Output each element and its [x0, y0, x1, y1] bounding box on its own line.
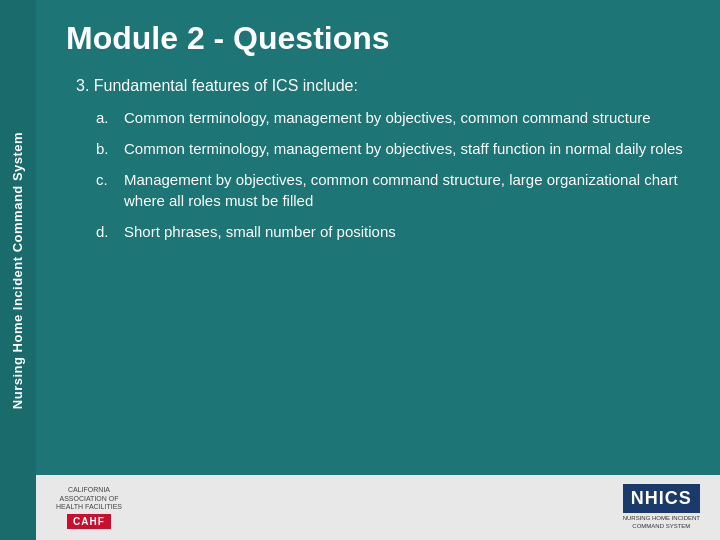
answer-text-b: Common terminology, management by object…	[124, 138, 683, 159]
cahf-badge: CAHF	[67, 514, 111, 529]
answer-list: a. Common terminology, management by obj…	[96, 107, 690, 242]
answer-text-d: Short phrases, small number of positions	[124, 221, 396, 242]
nhics-logo-block: NHICS NURSING HOME INCIDENTCOMMAND SYSTE…	[623, 484, 700, 531]
answer-text-a: Common terminology, management by object…	[124, 107, 651, 128]
answer-text-c: Management by objectives, common command…	[124, 169, 690, 211]
answer-letter-c: c.	[96, 169, 124, 190]
cahf-logo-block: CALIFORNIAASSOCIATION OFHEALTH FACILITIE…	[56, 486, 122, 528]
footer-bar: CALIFORNIAASSOCIATION OFHEALTH FACILITIE…	[36, 475, 720, 540]
cahf-top-text: CALIFORNIAASSOCIATION OFHEALTH FACILITIE…	[56, 486, 122, 511]
main-content: Module 2 - Questions 3. Fundamental feat…	[36, 0, 720, 540]
question-text: 3. Fundamental features of ICS include:	[76, 77, 690, 95]
nhics-subtitle: NURSING HOME INCIDENTCOMMAND SYSTEM	[623, 515, 700, 531]
list-item: d. Short phrases, small number of positi…	[96, 221, 690, 242]
list-item: a. Common terminology, management by obj…	[96, 107, 690, 128]
list-item: c. Management by objectives, common comm…	[96, 169, 690, 211]
answer-letter-a: a.	[96, 107, 124, 128]
answer-letter-b: b.	[96, 138, 124, 159]
sidebar-label: Nursing Home Incident Command System	[11, 131, 26, 408]
nhics-badge: NHICS	[623, 484, 700, 513]
answer-letter-d: d.	[96, 221, 124, 242]
page-title: Module 2 - Questions	[66, 20, 690, 57]
sidebar: Nursing Home Incident Command System	[0, 0, 36, 540]
list-item: b. Common terminology, management by obj…	[96, 138, 690, 159]
